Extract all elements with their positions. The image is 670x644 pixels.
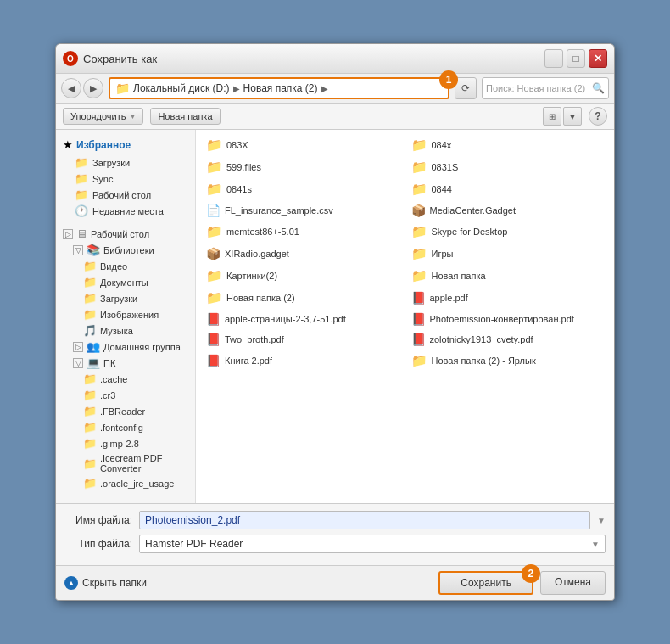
search-icon[interactable]: 🔍 xyxy=(592,82,605,94)
sidebar-item-label: .cr3 xyxy=(100,390,115,400)
sidebar-item-fontconfig[interactable]: 📁 .fontconfig xyxy=(56,419,195,435)
expand-icon[interactable]: ▽ xyxy=(73,358,83,368)
minimize-button[interactable]: ─ xyxy=(544,49,563,68)
sidebar-item-label: Загрузки xyxy=(100,294,137,304)
file-item-games[interactable]: 📁 Игры xyxy=(406,244,610,264)
breadcrumb-end-arrow: ▶ xyxy=(321,84,328,93)
expand-icon[interactable]: ▽ xyxy=(73,245,83,255)
folder-icon: 📁 xyxy=(206,224,222,239)
view-dropdown-button[interactable]: ▼ xyxy=(563,107,582,126)
title-bar-left: O Сохранить как xyxy=(63,51,157,66)
file-item-skype[interactable]: 📁 Skype for Desktop xyxy=(406,221,610,242)
close-button[interactable]: ✕ xyxy=(589,49,607,68)
sidebar-item-desktop-fav[interactable]: 📁 Рабочий стол xyxy=(56,187,195,203)
file-item-pictures[interactable]: 📁 Картинки(2) xyxy=(201,266,405,286)
file-item-0831s[interactable]: 📁 0831S xyxy=(406,157,610,177)
new-folder-label: Новая папка xyxy=(158,111,212,121)
file-name: zolotnicky1913_cvety.pdf xyxy=(430,334,533,344)
pdf-icon: 📕 xyxy=(411,312,426,326)
forward-button[interactable]: ▶ xyxy=(83,78,103,98)
sidebar-item-gimp[interactable]: 📁 .gimp-2.8 xyxy=(56,435,195,451)
file-item-0844[interactable]: 📁 0844 xyxy=(406,179,610,199)
file-item-zolot[interactable]: 📕 zolotnicky1913_cvety.pdf xyxy=(406,330,610,349)
sidebar-item-label: .FBReader xyxy=(100,406,145,417)
file-item-599[interactable]: 📁 599.files xyxy=(201,157,405,177)
folder-icon: 📁 xyxy=(83,308,97,321)
sidebar-item-label: Sync xyxy=(92,174,113,184)
file-item-memtest[interactable]: 📁 memtest86+-5.01 xyxy=(201,221,405,242)
filename-input[interactable] xyxy=(139,511,590,529)
folder-icon: 📁 xyxy=(75,188,88,201)
expand-icon[interactable]: ▷ xyxy=(73,342,83,352)
pdf-icon: 📕 xyxy=(206,312,221,326)
folder-icon: 📁 xyxy=(83,389,97,401)
sidebar-item-fbreader[interactable]: 📁 .FBReader xyxy=(56,403,195,419)
file-item-fl-csv[interactable]: 📄 FL_insurance_sample.csv xyxy=(201,201,405,220)
filetype-select[interactable]: Hamster PDF Reader ▼ xyxy=(139,535,606,553)
sidebar-item-images[interactable]: 📁 Изображения xyxy=(56,306,195,322)
file-item-new-folder-shortcut[interactable]: 📁 Новая папка (2) - Ярлык xyxy=(406,350,610,371)
file-item-mediacenter[interactable]: 📦 MediaCenter.Gadget xyxy=(406,201,610,220)
file-name: Новая папка xyxy=(432,271,486,281)
save-button[interactable]: Сохранить 2 xyxy=(438,571,533,595)
breadcrumb-bar[interactable]: 📁 Локальный диск (D:) ▶ Новая папка (2) … xyxy=(109,77,449,99)
folder-icon: 📁 xyxy=(411,353,427,368)
maximize-button[interactable]: □ xyxy=(567,49,585,68)
file-item-new-folder-2[interactable]: 📁 Новая папка (2) xyxy=(201,288,405,308)
file-item-kniga[interactable]: 📕 Книга 2.pdf xyxy=(201,350,405,371)
sidebar-item-libraries[interactable]: ▽ 📚 Библиотеки xyxy=(56,242,195,258)
sidebar-item-desktop[interactable]: ▷ 🖥 Рабочий стол xyxy=(56,226,195,242)
file-item-photoemission[interactable]: 📕 Photoemission-конвертирован.pdf xyxy=(406,310,610,328)
sidebar-item-cr3[interactable]: 📁 .cr3 xyxy=(56,387,195,403)
window-controls: ─ □ ✕ xyxy=(544,49,607,68)
sidebar-item-music[interactable]: 🎵 Музыка xyxy=(56,322,195,339)
sidebar-item-label: .fontconfig xyxy=(100,423,143,433)
folder-icon: 📁 xyxy=(206,268,222,283)
sidebar-item-downloads[interactable]: 📁 Загрузки xyxy=(56,154,195,171)
view-toggle-button[interactable]: ⊞ xyxy=(543,107,561,126)
sidebar-item-homegroup[interactable]: ▷ 👥 Домашняя группа xyxy=(56,339,195,355)
file-item-apple-pages[interactable]: 📕 apple-страницы-2-3,7-51.pdf xyxy=(201,310,405,328)
sidebar-item-lib-downloads[interactable]: 📁 Загрузки xyxy=(56,290,195,306)
sort-button[interactable]: Упорядочить ▼ xyxy=(63,108,143,125)
file-item-two-broth[interactable]: 📕 Two_broth.pdf xyxy=(201,330,405,349)
hide-folders-arrow-icon: ▲ xyxy=(64,576,78,590)
save-badge: 2 xyxy=(522,564,540,583)
sidebar-item-sync[interactable]: 📁 Sync xyxy=(56,171,195,187)
breadcrumb-badge: 1 xyxy=(439,70,458,89)
back-button[interactable]: ◀ xyxy=(61,78,81,98)
help-button[interactable]: ? xyxy=(589,107,607,126)
breadcrumb-folder[interactable]: Новая папка (2) xyxy=(243,82,318,94)
sidebar-item-pc[interactable]: ▽ 💻 ПК xyxy=(56,355,195,371)
hide-folders-button[interactable]: ▲ Скрыть папки xyxy=(64,576,147,590)
file-item-xiradio[interactable]: 📦 XIRadio.gadget xyxy=(201,244,405,264)
file-item-new-folder[interactable]: 📁 Новая папка xyxy=(406,266,610,286)
file-name: Новая папка (2) xyxy=(226,293,295,303)
sidebar-item-cache[interactable]: 📁 .cache xyxy=(56,371,195,387)
sidebar-item-recent[interactable]: 🕐 Недавние места xyxy=(56,203,195,219)
folder-icon: 📁 xyxy=(411,246,427,261)
expand-icon[interactable]: ▷ xyxy=(63,229,73,239)
bottom-area: Имя файла: ▼ Тип файла: Hamster PDF Read… xyxy=(56,503,614,565)
sort-label: Упорядочить xyxy=(70,111,126,121)
file-item-apple-pdf[interactable]: 📕 apple.pdf xyxy=(406,288,610,308)
file-item-0841s[interactable]: 📁 0841s xyxy=(201,179,405,199)
new-folder-button[interactable]: Новая папка xyxy=(150,108,220,125)
cancel-button[interactable]: Отмена xyxy=(540,571,606,595)
content-area: ★ Избранное 📁 Загрузки 📁 Sync 📁 Рабочий … xyxy=(56,130,614,503)
file-item-084x[interactable]: 📁 084x xyxy=(406,135,610,155)
sidebar-item-icecream[interactable]: 📁 .Icecream PDF Converter xyxy=(56,451,195,475)
search-box[interactable]: Поиск: Новая папка (2) 🔍 xyxy=(482,77,609,99)
file-grid: 📁 083X 📁 084x 📁 599.files 📁 0831S 📁 xyxy=(201,135,609,371)
sidebar-item-oracle[interactable]: 📁 .oracle_jre_usage xyxy=(56,475,195,491)
save-label: Сохранить xyxy=(461,577,511,589)
folder-icon: 📁 xyxy=(83,372,97,385)
favorites-section[interactable]: ★ Избранное xyxy=(56,135,195,154)
filename-dropdown-arrow[interactable]: ▼ xyxy=(597,516,606,525)
sidebar-item-video[interactable]: 📁 Видео xyxy=(56,258,195,274)
sidebar: ★ Избранное 📁 Загрузки 📁 Sync 📁 Рабочий … xyxy=(56,130,196,503)
sidebar-item-docs[interactable]: 📁 Документы xyxy=(56,274,195,290)
breadcrumb-disk[interactable]: Локальный диск (D:) xyxy=(133,82,230,94)
file-item-083x[interactable]: 📁 083X xyxy=(201,135,405,155)
file-name: Книга 2.pdf xyxy=(225,356,272,366)
